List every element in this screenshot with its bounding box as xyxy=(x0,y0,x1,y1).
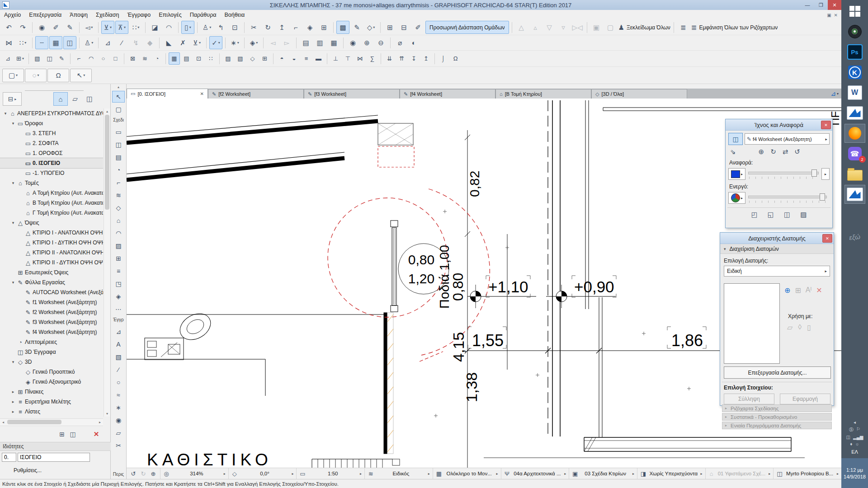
detail-tool-icon[interactable]: ✂ xyxy=(112,440,125,451)
language-indicator[interactable]: ΕΛ xyxy=(851,449,858,455)
trace-icon[interactable]: ≣ xyxy=(677,21,690,34)
doc-restore-button[interactable]: ▣ xyxy=(827,13,831,18)
pickup-parameters-icon[interactable]: ✐ xyxy=(49,21,62,34)
navigate-back-icon[interactable]: ↺ xyxy=(128,470,138,477)
navigator-popup-icon[interactable]: ⊿ xyxy=(830,90,836,97)
tray-icon[interactable]: Ⓢ xyxy=(849,427,854,433)
scroll-up-icon[interactable]: ▴ xyxy=(118,85,119,90)
undo-icon[interactable]: ↶ xyxy=(2,21,15,34)
tool-icon[interactable]: ◉ xyxy=(346,36,359,49)
beam-use-icon[interactable]: ◊ xyxy=(798,323,802,332)
lock-icon[interactable]: ▣ xyxy=(590,21,603,34)
column-tool-icon[interactable]: ⌐ xyxy=(112,177,125,188)
tool-icon[interactable]: ⇈ xyxy=(396,52,407,65)
components-section[interactable]: ▸ Συστατικά - Προκαθορισμένο xyxy=(722,413,832,421)
tree-item-f1 Worksheet (Ανεξάρτητη)[interactable]: ✎f1 Worksheet (Ανεξάρτητη) xyxy=(0,297,103,307)
move-reference-icon[interactable]: ⊕ xyxy=(759,148,764,156)
menu-Άποψη[interactable]: Άποψη xyxy=(66,10,92,20)
profile-dropdown[interactable]: Ειδική ▸ xyxy=(724,266,830,277)
wall-tool-icon[interactable]: ▭ xyxy=(112,126,125,138)
taskbar-clock[interactable]: 1:12 μμ 14/9/2018 xyxy=(841,458,868,488)
zone-tool-icon[interactable]: ◳ xyxy=(112,278,125,290)
tree-expander-icon[interactable]: ▾ xyxy=(3,111,8,116)
scale-control[interactable]: ▭1:50▸ xyxy=(296,468,364,479)
edit-group-icon[interactable]: ✐ xyxy=(411,21,425,34)
reference-opacity-slider[interactable] xyxy=(748,169,819,179)
tool-icon[interactable]: ✎ xyxy=(56,52,67,65)
tab-[f4 Worksheet][interactable]: ✎[f4 Worksheet] xyxy=(400,89,495,99)
taskbar-explorer-app[interactable] xyxy=(845,165,865,183)
checkmark-icon[interactable]: ✓▾ xyxy=(209,36,222,49)
rotate-icon[interactable]: ↻ xyxy=(261,21,274,34)
tool-icon[interactable]: ↯ xyxy=(129,36,142,49)
tool-icon[interactable]: ⋈ xyxy=(2,36,15,49)
tool-icon[interactable]: ▦ xyxy=(169,52,180,65)
tool-icon[interactable]: ⊻▾ xyxy=(190,36,203,49)
tab-[0. ΙΣΟΓΕΙΟ][interactable]: ▭[0. ΙΣΟΓΕΙΟ]✕ xyxy=(127,89,208,99)
eyedropper-icon[interactable]: ◉ xyxy=(35,21,48,34)
split-icon[interactable]: ✂ xyxy=(247,21,260,34)
rotate-reference-icon[interactable]: ↻ xyxy=(770,148,776,156)
tree-expander-icon[interactable]: ▾ xyxy=(10,121,16,126)
tree-item-1. ΟΡΟΦΟΣ[interactable]: ▭1. ΟΡΟΦΟΣ xyxy=(0,148,103,158)
tool-icon[interactable]: ♙▾ xyxy=(82,36,95,49)
tool-icon[interactable]: ▥ xyxy=(313,36,326,49)
bring-to-front-icon[interactable]: △ xyxy=(515,21,528,34)
circle-tool-icon[interactable]: ○ xyxy=(112,376,125,388)
floor-number-field[interactable] xyxy=(2,453,16,462)
tray-icon[interactable]: ☼ xyxy=(855,441,859,446)
fill-tool-icon[interactable]: ▧ xyxy=(112,351,125,363)
tree-expander-icon[interactable]: ▾ xyxy=(10,221,16,225)
tool-icon[interactable]: ▬ xyxy=(313,52,324,65)
taskbar-firefox-app[interactable] xyxy=(845,124,865,142)
copy-to-reference-icon[interactable]: ◱ xyxy=(768,211,774,219)
tool-icon[interactable]: ▻ xyxy=(280,36,293,49)
menu-Αρχείο[interactable]: Αρχείο xyxy=(0,10,25,20)
polygon-icon[interactable]: ◇▾ xyxy=(364,21,377,34)
tool-icon[interactable]: ⇊ xyxy=(384,52,395,65)
tray-icon[interactable]: ▂▄▆ xyxy=(853,435,863,440)
tool-icon[interactable]: ◔ xyxy=(151,52,163,65)
close-palette-icon[interactable]: ✕ xyxy=(822,234,832,243)
redo-icon[interactable]: ↷ xyxy=(16,21,29,34)
ungroup-icon[interactable]: ⊟ xyxy=(397,21,410,34)
send-backward-icon[interactable]: ▽ xyxy=(543,21,556,34)
tool-icon[interactable]: ⊤ xyxy=(342,52,354,65)
tree-item-Β Τομή Κτηρίου (Αυτ. Ανακατα[interactable]: ⌂Β Τομή Κτηρίου (Αυτ. Ανακατα xyxy=(0,198,103,208)
mesh-tool-icon[interactable]: ▨ xyxy=(112,240,125,252)
menu-Παράθυρα[interactable]: Παράθυρα xyxy=(186,10,221,20)
tool-icon[interactable]: ∕ xyxy=(115,36,128,49)
palette-title[interactable]: Ίχνος και Αναφορά ✕ xyxy=(726,119,832,131)
tree-item-Όψεις[interactable]: ▾△Όψεις xyxy=(0,218,103,228)
tool-icon[interactable]: ⊠ xyxy=(127,52,138,65)
tree-item-Όροφοι[interactable]: ▾▭Όροφοι xyxy=(0,118,103,128)
show-traces-button[interactable]: ≣Εμφάνιση Όλων των Ριζόχαρτων xyxy=(691,21,778,34)
tool-icon[interactable]: ▧ xyxy=(32,52,43,65)
tool-icon[interactable]: ◫ xyxy=(44,52,55,65)
graphic-override-control[interactable]: ◨Χωρίς Υπερισχύοντα▸ xyxy=(637,468,705,479)
tree-item-0. ΙΣΟΓΕΙΟ[interactable]: ▭0. ΙΣΟΓΕΙΟ xyxy=(0,158,103,168)
dimension-icon[interactable]: ⊿ xyxy=(2,52,14,65)
snap-points-icon[interactable]: ⊼▾ xyxy=(115,21,128,34)
floor-name-field[interactable] xyxy=(18,453,90,462)
marquee-tool-icon[interactable]: ▢ xyxy=(112,103,125,115)
taskbar-archicad2-app[interactable] xyxy=(845,185,865,203)
figure-icon[interactable]: ♙▾ xyxy=(200,21,213,34)
arc-icon[interactable]: ◠ xyxy=(162,21,175,34)
taskbar-word-app[interactable]: W xyxy=(845,84,865,102)
tool-icon[interactable]: ↥ xyxy=(420,52,432,65)
scrollbar-thumb[interactable] xyxy=(105,115,109,210)
tree-item-f4 Worksheet (Ανεξάρτητη)[interactable]: ✎f4 Worksheet (Ανεξάρτητη) xyxy=(0,327,103,337)
tab-[f2 Worksheet][interactable]: ✎[f2 Worksheet] xyxy=(208,89,304,99)
tool-icon[interactable]: ◫ xyxy=(63,36,76,49)
tool-icon[interactable]: ≋ xyxy=(139,52,151,65)
tree-item-ΚΤΙΡΙΟ ΙΙ - ΑΝΑΤΟΛΙΚΗ ΟΨΗ ΟΨ[interactable]: △ΚΤΙΡΙΟ ΙΙ - ΑΝΑΤΟΛΙΚΗ ΟΨΗ ΟΨ xyxy=(0,248,103,258)
tool-icon[interactable]: ⊞ xyxy=(259,52,270,65)
visibility-options-icon[interactable]: ▨ xyxy=(800,211,807,219)
tool-icon[interactable]: ▤ xyxy=(181,52,192,65)
tree-item--1. ΥΠΟΓΕΙΟ[interactable]: ▭-1. ΥΠΟΓΕΙΟ xyxy=(0,168,103,178)
menu-Έγγραφο[interactable]: Έγγραφο xyxy=(123,10,155,20)
grid-display-icon[interactable]: ▦ xyxy=(49,36,62,49)
trim-icon[interactable]: ↰ xyxy=(214,21,227,34)
tree-vertical-scrollbar[interactable]: ▴ ▾ xyxy=(104,108,110,417)
